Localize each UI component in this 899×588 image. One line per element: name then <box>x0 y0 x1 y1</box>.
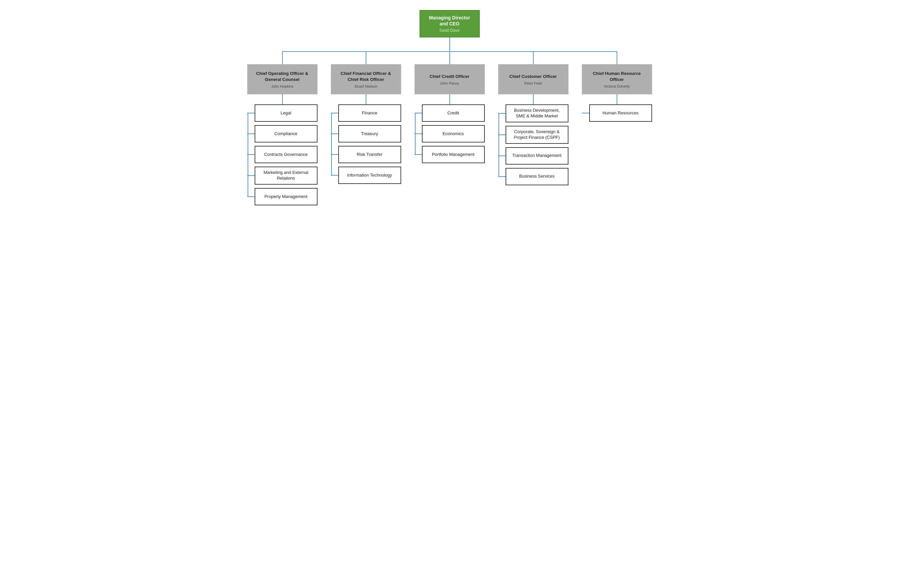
exec-box-coo: Chief Operating Officer & General Counse… <box>247 64 318 94</box>
chart-body: Chief Operating Officer & General Counse… <box>7 37 892 209</box>
children-coo: LegalComplianceContracts GovernanceMarke… <box>247 104 318 209</box>
children-cco_customer: Business Development, SME & Middle Marke… <box>498 104 568 189</box>
exec-connector-cco_credit <box>450 94 450 104</box>
exec-title-cfo: Chief Financial Officer & Chief Risk Off… <box>335 71 397 83</box>
svg-connector <box>241 51 659 64</box>
children-cfo: FinanceTreasuryRisk TransferInformation … <box>331 104 401 187</box>
child-row-coo-3: Marketing and External Relations <box>247 167 318 185</box>
child-h-connector <box>498 176 505 177</box>
child-box-coo-1: Compliance <box>255 125 318 142</box>
child-h-connector <box>247 175 255 176</box>
child-box-cfo-2: Risk Transfer <box>338 146 401 163</box>
col-cco_credit: Chief Credit OfficerJohn PaceyCreditEcon… <box>414 64 485 167</box>
exec-connector-coo <box>282 94 283 104</box>
child-box-cco_credit-1: Economics <box>422 125 485 142</box>
child-box-coo-4: Property Management <box>255 188 318 205</box>
child-row-cco_credit-2: Portfolio Management <box>414 146 485 163</box>
child-box-cco_credit-2: Portfolio Management <box>422 146 485 163</box>
exec-box-cco_credit: Chief Credit OfficerJohn Pacey <box>414 64 485 94</box>
exec-title-cco_customer: Chief Customer Officer <box>503 74 564 80</box>
exec-connector-chro <box>616 94 617 104</box>
child-h-connector <box>331 154 338 155</box>
child-row-coo-0: Legal <box>247 104 318 122</box>
child-box-cfo-3: Information Technology <box>338 167 401 184</box>
child-row-cco_customer-1: Corporate, Sovereign & Project Finance (… <box>498 126 568 144</box>
child-h-connector <box>582 113 589 113</box>
child-h-connector <box>331 113 338 113</box>
child-row-cco_customer-0: Business Development, SME & Middle Marke… <box>498 104 568 122</box>
child-row-chro-0: Human Resources <box>582 104 652 122</box>
ceo-title: Managing Director and CEO <box>426 15 473 27</box>
child-h-connector <box>498 156 505 156</box>
child-h-connector <box>498 113 505 114</box>
child-row-cco_customer-2: Transaction Management <box>498 147 568 165</box>
exec-box-cfo: Chief Financial Officer & Chief Risk Off… <box>331 64 401 94</box>
child-box-coo-0: Legal <box>255 104 318 122</box>
child-h-connector <box>247 154 255 155</box>
children-chro: Human Resources <box>582 104 652 125</box>
child-box-cco_customer-0: Business Development, SME & Middle Marke… <box>505 104 568 122</box>
col-coo: Chief Operating Officer & General Counse… <box>247 64 318 209</box>
ceo-box: Managing Director and CEO Swati Dave <box>420 10 480 37</box>
col-cfo: Chief Financial Officer & Chief Risk Off… <box>331 64 401 187</box>
exec-title-cco_credit: Chief Credit Officer <box>419 74 480 80</box>
child-box-cco_customer-2: Transaction Management <box>505 147 568 165</box>
exec-name-cfo: Stuart Neilson <box>335 84 397 88</box>
child-box-cco_customer-3: Business Services <box>505 168 568 185</box>
col-cco_customer: Chief Customer OfficerPeter FieldBusines… <box>498 64 568 189</box>
exec-name-coo: John Hopkins <box>252 84 313 88</box>
child-h-connector <box>414 154 422 155</box>
exec-title-chro: Chief Human Resource Officer <box>587 71 647 83</box>
child-row-coo-1: Compliance <box>247 125 318 142</box>
ceo-name: Swati Dave <box>426 28 473 33</box>
child-h-connector <box>331 133 338 134</box>
child-box-cfo-0: Finance <box>338 104 401 122</box>
connector-container: Chief Operating Officer & General Counse… <box>7 51 892 209</box>
exec-box-cco_customer: Chief Customer OfficerPeter Field <box>498 64 568 94</box>
exec-name-cco_credit: John Pacey <box>419 81 480 85</box>
exec-connector-cfo <box>366 94 366 104</box>
col-chro: Chief Human Resource OfficerVictoria Doh… <box>582 64 652 125</box>
child-h-connector <box>331 175 338 176</box>
children-cco_credit: CreditEconomicsPortfolio Management <box>414 104 485 167</box>
ceo-section: Managing Director and CEO Swati Dave <box>420 10 480 37</box>
child-h-connector <box>414 113 422 113</box>
child-box-cco_customer-1: Corporate, Sovereign & Project Finance (… <box>505 126 568 144</box>
child-row-coo-4: Property Management <box>247 188 318 205</box>
child-box-cfo-1: Treasury <box>338 125 401 142</box>
child-row-cco_credit-1: Economics <box>414 125 485 142</box>
child-h-connector <box>414 133 422 134</box>
child-h-connector <box>247 133 255 134</box>
child-h-connector <box>247 113 255 113</box>
child-row-cco_customer-3: Business Services <box>498 168 568 185</box>
child-box-cco_credit-0: Credit <box>422 104 485 122</box>
child-row-coo-2: Contracts Governance <box>247 146 318 163</box>
exec-name-cco_customer: Peter Field <box>503 81 564 85</box>
connector-svg <box>241 51 659 64</box>
child-h-connector <box>498 134 505 135</box>
exec-connector-cco_customer <box>533 94 534 104</box>
child-box-chro-0: Human Resources <box>589 104 652 122</box>
child-box-coo-3: Marketing and External Relations <box>255 167 318 185</box>
exec-title-coo: Chief Operating Officer & General Counse… <box>252 71 313 83</box>
child-h-connector <box>247 196 255 197</box>
child-row-cfo-1: Treasury <box>331 125 401 142</box>
exec-box-chro: Chief Human Resource OfficerVictoria Doh… <box>582 64 652 94</box>
child-row-cco_credit-0: Credit <box>414 104 485 122</box>
exec-name-chro: Victoria Doherty <box>587 84 647 88</box>
org-chart: Managing Director and CEO Swati Dave Chi… <box>7 10 892 209</box>
ceo-connector-down <box>450 37 450 51</box>
child-row-cfo-0: Finance <box>331 104 401 122</box>
child-row-cfo-3: Information Technology <box>331 167 401 184</box>
exec-row: Chief Operating Officer & General Counse… <box>7 64 892 209</box>
child-row-cfo-2: Risk Transfer <box>331 146 401 163</box>
child-box-coo-2: Contracts Governance <box>255 146 318 163</box>
